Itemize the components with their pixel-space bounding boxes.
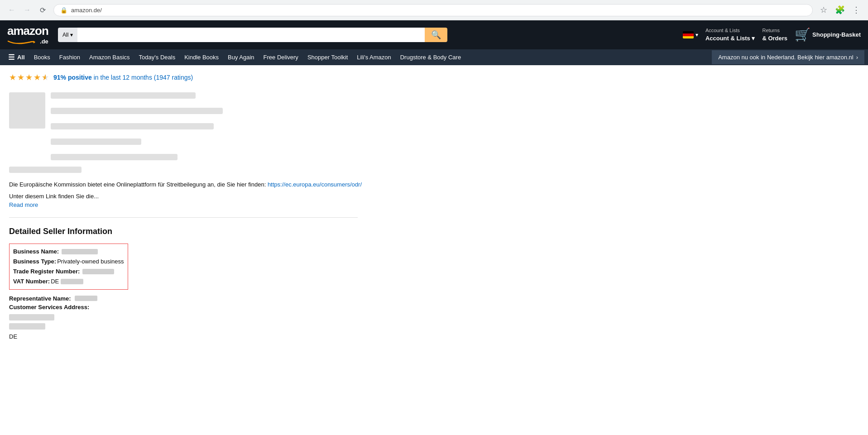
nav-item-all[interactable]: ☰ All bbox=[4, 49, 29, 65]
nav-all-label: All bbox=[17, 54, 25, 61]
basket-label: Shopping-Basket bbox=[812, 31, 861, 38]
nav-kindle-books-label: Kindle Books bbox=[184, 54, 219, 61]
account-line2: Account & Lists ▾ bbox=[705, 34, 755, 43]
unter-text: Unter diesem Link finden Sie die... bbox=[9, 193, 444, 200]
search-input[interactable] bbox=[77, 28, 425, 42]
nav-bar: ☰ All Books Fashion Amazon Basics Today'… bbox=[0, 49, 868, 65]
flag-dropdown-arrow: ▾ bbox=[695, 32, 698, 38]
returns-line2: & Orders bbox=[762, 34, 787, 43]
seller-info-box: Business Name: Business Type: Privately-… bbox=[9, 244, 128, 290]
country-text: DE bbox=[9, 333, 444, 340]
main-content: ★ ★ ★ ★ ★ ★ 91% positive in the last 12 … bbox=[0, 65, 453, 347]
nav-item-free-delivery[interactable]: Free Delivery bbox=[259, 50, 303, 64]
browser-chrome: ← → ⟳ 🔒 amazon.de/ ☆ 🧩 ⋮ bbox=[0, 0, 868, 20]
read-more-link[interactable]: Read more bbox=[9, 201, 444, 208]
nav-item-amazon-basics[interactable]: Amazon Basics bbox=[85, 50, 134, 64]
blurred-text-6 bbox=[9, 167, 82, 173]
search-category-dropdown[interactable]: All ▾ bbox=[58, 28, 77, 42]
extensions-icon[interactable]: 🧩 bbox=[834, 4, 846, 16]
nav-item-books[interactable]: Books bbox=[29, 50, 55, 64]
trade-register-row: Trade Register Number: bbox=[13, 267, 124, 277]
nav-promo[interactable]: Amazon nu ook in Nederland. Bekijk hier … bbox=[712, 50, 864, 64]
nav-item-todays-deals[interactable]: Today's Deals bbox=[134, 50, 180, 64]
nav-promo-text: Amazon nu ook in Nederland. Bekijk hier … bbox=[718, 54, 853, 61]
account-section[interactable]: Account & Lists Account & Lists ▾ bbox=[705, 27, 755, 43]
address-line-2-blurred bbox=[9, 323, 45, 330]
nav-item-shopper-toolkit[interactable]: Shopper Toolkit bbox=[303, 50, 352, 64]
blurred-text-5 bbox=[51, 154, 177, 160]
search-button[interactable]: 🔍 bbox=[425, 28, 447, 42]
menu-icon[interactable]: ⋮ bbox=[850, 4, 863, 16]
customer-service-row: Customer Services Address: bbox=[9, 304, 444, 311]
svg-marker-0 bbox=[34, 41, 35, 43]
nav-item-buy-again[interactable]: Buy Again bbox=[223, 50, 259, 64]
nav-item-fashion[interactable]: Fashion bbox=[55, 50, 85, 64]
representative-value-blurred bbox=[75, 296, 97, 301]
address-bar[interactable]: 🔒 amazon.de/ bbox=[53, 4, 813, 16]
search-icon: 🔍 bbox=[431, 30, 441, 40]
rating-in-period: in the last 12 months bbox=[94, 74, 152, 81]
star-3: ★ bbox=[25, 72, 33, 82]
nav-fashion-label: Fashion bbox=[59, 54, 80, 61]
basket-section[interactable]: 🛒 Shopping-Basket bbox=[795, 27, 861, 42]
nav-item-drugstore[interactable]: Drugstore & Body Care bbox=[396, 50, 465, 64]
bookmark-icon[interactable]: ☆ bbox=[817, 4, 830, 16]
forward-button[interactable]: → bbox=[21, 4, 34, 16]
nav-lilis-label: Lili's Amazon bbox=[357, 54, 391, 61]
eu-link[interactable]: https://ec.europa.eu/consumers/odr/ bbox=[268, 181, 362, 188]
business-type-row: Business Type: Privately-owned business bbox=[13, 257, 124, 267]
nav-free-delivery-label: Free Delivery bbox=[264, 54, 298, 61]
business-type-label: Business Type: bbox=[13, 257, 56, 267]
language-selector[interactable]: ▾ bbox=[683, 31, 698, 38]
chevron-down-icon: ▾ bbox=[70, 32, 73, 38]
seller-info-title: Detailed Seller Information bbox=[9, 227, 444, 236]
returns-section[interactable]: Returns & Orders bbox=[762, 27, 787, 43]
business-name-row: Business Name: bbox=[13, 247, 124, 257]
rating-text[interactable]: 91% positive in the last 12 months (1947… bbox=[53, 74, 193, 81]
amazon-logo[interactable]: amazon .de bbox=[7, 24, 53, 46]
representative-row: Representative Name: bbox=[9, 295, 444, 302]
eu-text: Die Europäische Kommission bietet eine O… bbox=[9, 181, 266, 188]
reload-button[interactable]: ⟳ bbox=[36, 4, 49, 16]
star-1: ★ bbox=[9, 72, 16, 82]
blurred-image-1 bbox=[9, 92, 45, 129]
nav-buy-again-label: Buy Again bbox=[228, 54, 254, 61]
address-line-1-blurred bbox=[9, 314, 54, 320]
star-5-empty: ★ ★ bbox=[42, 72, 50, 82]
vat-row: VAT Number: DE bbox=[13, 277, 124, 287]
url-text: amazon.de/ bbox=[71, 7, 102, 14]
header-right: ▾ Account & Lists Account & Lists ▾ Retu… bbox=[683, 27, 861, 43]
blurred-text-4 bbox=[51, 139, 141, 145]
amazon-header: amazon .de All ▾ 🔍 bbox=[0, 20, 868, 49]
nav-todays-deals-label: Today's Deals bbox=[139, 54, 176, 61]
browser-icons: ☆ 🧩 ⋮ bbox=[817, 4, 863, 16]
rating-bar: ★ ★ ★ ★ ★ ★ 91% positive in the last 12 … bbox=[9, 72, 444, 82]
nav-books-label: Books bbox=[34, 54, 50, 61]
nav-drugstore-label: Drugstore & Body Care bbox=[400, 54, 461, 61]
business-name-label: Business Name: bbox=[13, 247, 59, 257]
logo-text: amazon bbox=[7, 24, 48, 38]
lock-icon: 🔒 bbox=[60, 7, 67, 14]
eu-description: Die Europäische Kommission bietet eine O… bbox=[9, 180, 444, 189]
ratings-count: (1947 ratings) bbox=[154, 74, 193, 81]
blurred-text-1 bbox=[51, 92, 196, 99]
de-flag-icon bbox=[683, 31, 694, 38]
business-name-value-blurred bbox=[62, 249, 98, 254]
browser-nav-buttons: ← → ⟳ bbox=[5, 4, 49, 16]
nav-item-lilis-amazon[interactable]: Lili's Amazon bbox=[352, 50, 395, 64]
trade-register-value-blurred bbox=[82, 269, 114, 274]
positive-percent: 91% positive bbox=[53, 74, 92, 81]
section-divider bbox=[9, 217, 358, 218]
logo-de: .de bbox=[40, 38, 48, 45]
nav-shopper-toolkit-label: Shopper Toolkit bbox=[307, 54, 348, 61]
basket-icon: 🛒 bbox=[795, 27, 810, 42]
star-rating: ★ ★ ★ ★ ★ ★ bbox=[9, 72, 50, 82]
star-2: ★ bbox=[17, 72, 24, 82]
back-button[interactable]: ← bbox=[5, 4, 18, 16]
representative-label: Representative Name: bbox=[9, 295, 71, 302]
vat-value-blurred bbox=[61, 279, 83, 284]
account-line1: Account & Lists bbox=[705, 27, 740, 34]
nav-item-kindle-books[interactable]: Kindle Books bbox=[180, 50, 223, 64]
blurred-content-section bbox=[9, 90, 444, 173]
logo-smile-icon bbox=[7, 40, 35, 44]
